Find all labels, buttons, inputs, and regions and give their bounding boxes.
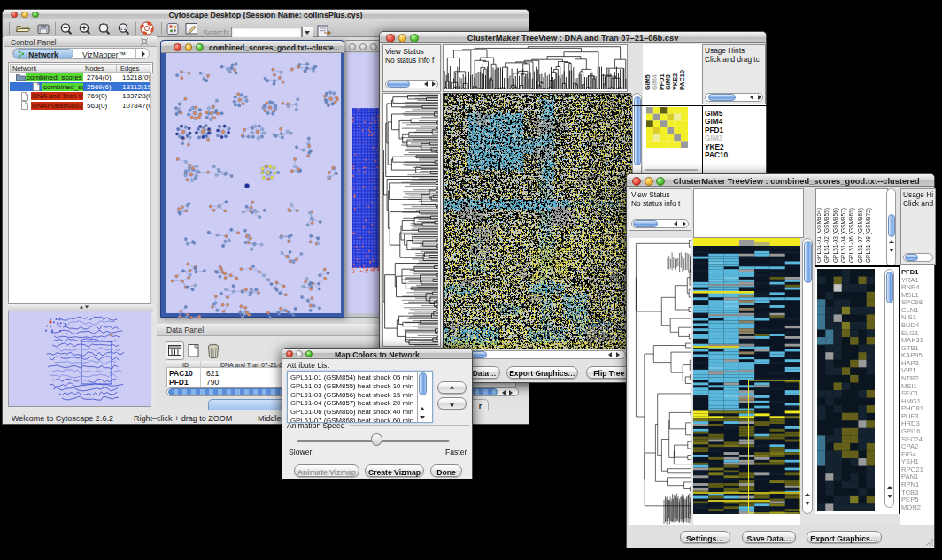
svg-text:GPL51-01 (GSM854): GPL51-01 (GSM854) — [817, 208, 822, 263]
svg-text:GPL51-04 (GSM857): GPL51-04 (GSM857) — [840, 208, 847, 263]
svg-text:GPL51-07 (GSM868): GPL51-07 (GSM868) — [857, 208, 864, 263]
svg-text:PAC10: PAC10 — [678, 70, 686, 90]
svg-text:GPL51-03 (GSM856): GPL51-03 (GSM856) — [832, 208, 839, 263]
svg-text:GPL51-02 (GSM855): GPL51-02 (GSM855) — [823, 208, 830, 263]
svg-text:GPL51-06 (GSM865): GPL51-06 (GSM865) — [848, 208, 855, 263]
svg-text:GPL51-08 (GSM872): GPL51-08 (GSM872) — [865, 208, 872, 263]
svg-text:1:1: 1:1 — [120, 27, 127, 31]
